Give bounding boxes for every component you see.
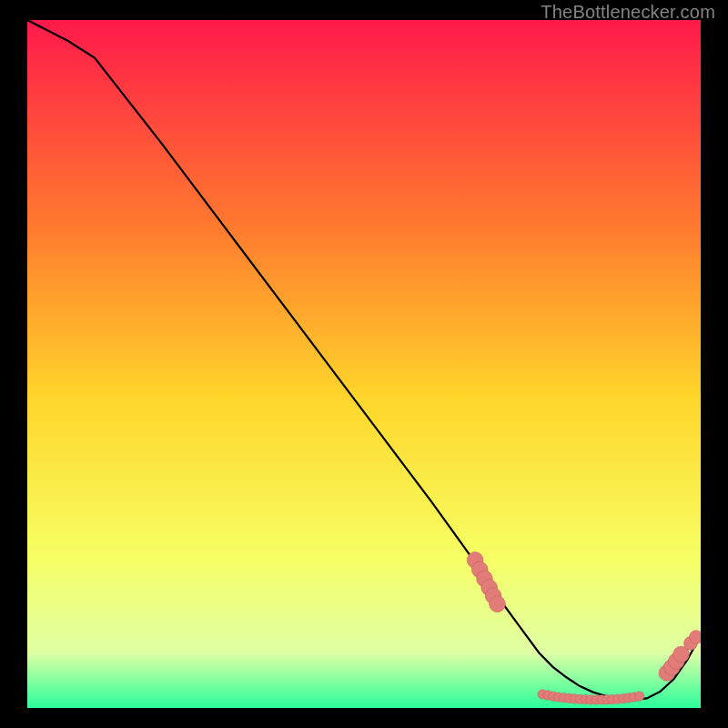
bottleneck-chart	[27, 20, 701, 708]
data-marker	[490, 596, 506, 612]
chart-background	[27, 20, 701, 708]
chart-stage: TheBottlenecker.com	[0, 0, 728, 728]
chart-svg	[27, 20, 701, 708]
data-marker	[634, 692, 643, 701]
data-marker	[689, 631, 701, 644]
